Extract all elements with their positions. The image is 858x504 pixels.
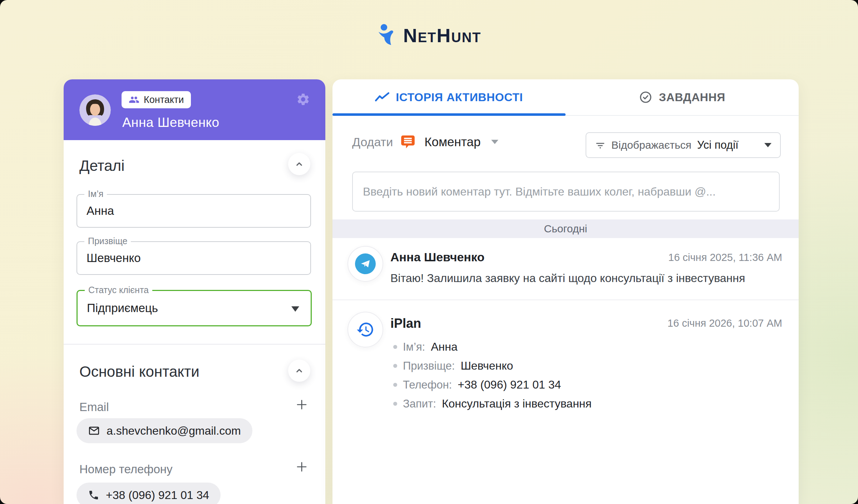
event-field-row: Ім’я: Анна [393, 337, 592, 356]
last-name-value: Шевченко [87, 251, 141, 265]
field-label: Призвіще: [403, 360, 455, 372]
field-value: Консультація з інвестування [442, 397, 592, 410]
nethunt-logo-icon [377, 24, 398, 47]
tab-tasks[interactable]: ЗАВДАННЯ [566, 79, 799, 115]
bullet-dot-icon [393, 364, 397, 368]
bullet-dot-icon [393, 383, 397, 387]
activity-trend-icon [375, 92, 389, 103]
event-field-row: Запит: Консультація з інвестування [393, 394, 592, 413]
event-field-list: Ім’я: Анна Призвіще: Шевченко Телефон: +… [393, 337, 592, 413]
activity-panel: ІСТОРІЯ АКТИВНОСТІ ЗАВДАННЯ Додати Комен… [332, 79, 799, 504]
contact-panel: Контакти Анна Шевченко Деталі Ім’я Анна … [64, 79, 325, 504]
nethunt-logo: NetHunt [0, 24, 858, 47]
contact-avatar [79, 94, 111, 126]
phone-value: +38 (096) 921 01 34 [106, 489, 209, 502]
first-name-value: Анна [87, 204, 114, 218]
event-field-row: Призвіще: Шевченко [393, 356, 592, 375]
record-badge-label: Контакти [144, 94, 184, 105]
contact-name: Анна Шевченко [122, 115, 220, 130]
client-status-select[interactable]: Статус клієнта Підприємець [77, 290, 312, 326]
field-value: Шевченко [460, 359, 513, 372]
bullet-dot-icon [393, 402, 397, 406]
events-filter-dropdown[interactable]: Відображається Усі події [586, 132, 781, 158]
contact-header: Контакти Анна Шевченко [64, 79, 325, 140]
screen: NetHunt Контакти Анна Шевченко [0, 0, 858, 504]
day-divider: Сьогодні [332, 219, 799, 238]
chevron-up-icon [294, 365, 305, 376]
event-timestamp: 16 січня 2026, 10:07 AM [667, 317, 782, 329]
telegram-icon [347, 246, 383, 282]
add-email-button[interactable] [294, 397, 310, 412]
event-field-row: Телефон: +38 (096) 921 01 34 [393, 375, 592, 394]
client-status-value: Підприємець [87, 301, 158, 315]
email-value: a.shevchenko@gmail.com [107, 424, 241, 438]
brand-name: NetHunt [403, 24, 482, 46]
gear-icon[interactable] [296, 92, 310, 107]
chevron-up-icon [294, 159, 305, 169]
comment-input[interactable] [352, 172, 780, 212]
phone-icon [88, 489, 99, 501]
phone-label: Номер телефону [79, 463, 173, 476]
tab-tasks-label: ЗАВДАННЯ [659, 91, 725, 104]
filter-icon [595, 140, 606, 150]
client-status-label: Статус клієнта [85, 285, 152, 295]
details-section-title: Деталі [79, 157, 124, 174]
event-title: iPlan [390, 316, 421, 331]
plus-icon [295, 460, 308, 473]
comment-type-selector[interactable]: Коментар [424, 135, 480, 149]
filter-prefix-label: Відображається [611, 139, 691, 151]
select-dropdown-icon [291, 306, 299, 312]
plus-icon [295, 398, 308, 411]
details-collapse-button[interactable] [288, 153, 310, 175]
check-circle-icon [639, 90, 652, 104]
field-label: Телефон: [403, 379, 452, 391]
event-timestamp: 16 січня 2025, 11:36 AM [668, 252, 782, 263]
contacts-section-title: Основні контакти [79, 363, 199, 380]
tab-activity-history-label: ІСТОРІЯ АКТИВНОСТІ [396, 91, 523, 104]
composer-row: Додати Коментар [352, 130, 498, 154]
record-type-badge[interactable]: Контакти [122, 91, 191, 108]
add-phone-button[interactable] [294, 459, 310, 475]
add-label: Додати [352, 135, 393, 149]
section-divider [64, 344, 325, 345]
tab-activity-history[interactable]: ІСТОРІЯ АКТИВНОСТІ [332, 79, 566, 115]
field-value: +38 (096) 921 01 34 [458, 378, 561, 391]
first-name-field[interactable]: Ім’я Анна [77, 194, 311, 228]
field-value: Анна [431, 340, 457, 354]
filter-value: Усі події [697, 139, 739, 152]
field-label: Запит: [403, 397, 436, 410]
bullet-dot-icon [393, 345, 397, 349]
active-tab-underline [332, 113, 566, 116]
first-name-label: Ім’я [84, 189, 107, 199]
email-chip[interactable]: a.shevchenko@gmail.com [77, 418, 252, 443]
envelope-icon [88, 425, 100, 437]
contacts-people-icon [129, 94, 139, 105]
field-label: Ім’я: [403, 341, 425, 354]
caret-down-icon [764, 143, 771, 147]
history-icon [347, 312, 383, 347]
email-label: Email [79, 400, 109, 414]
last-name-field[interactable]: Призвіще Шевченко [77, 241, 311, 275]
event-title: Анна Шевченко [390, 250, 484, 264]
caret-down-icon[interactable] [491, 140, 498, 144]
last-name-label: Призвіще [84, 236, 131, 246]
event-telegram-message[interactable]: Анна Шевченко 16 січня 2025, 11:36 AM Ві… [332, 238, 799, 300]
event-iplan-update[interactable]: iPlan 16 січня 2026, 10:07 AM Ім’я: Анна… [332, 300, 799, 450]
tab-bar: ІСТОРІЯ АКТИВНОСТІ ЗАВДАННЯ [332, 79, 799, 116]
event-message: Вітаю! Залишила заявку на сайті щодо кон… [390, 272, 745, 285]
comment-icon [400, 133, 417, 150]
phone-chip[interactable]: +38 (096) 921 01 34 [77, 483, 221, 504]
contacts-collapse-button[interactable] [288, 360, 310, 382]
